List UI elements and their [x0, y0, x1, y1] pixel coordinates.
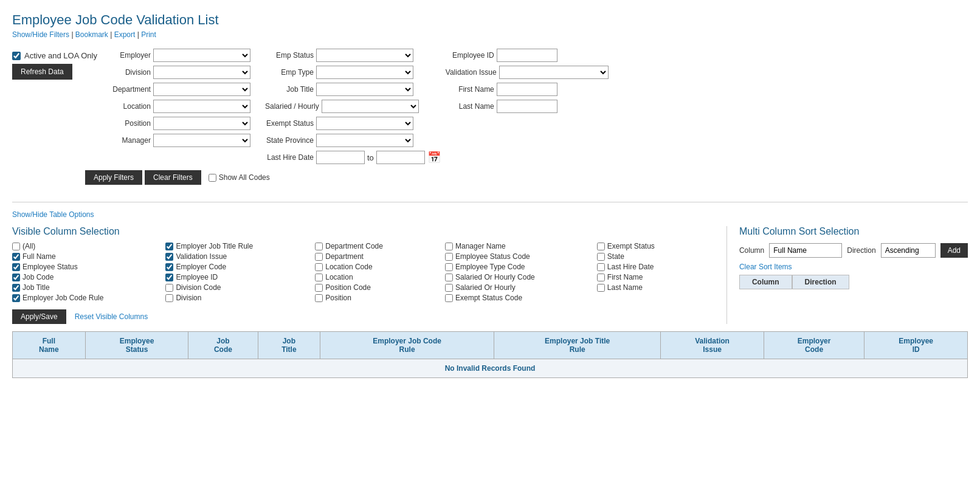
job-title-label: Job Title	[265, 85, 314, 94]
manager-label: Manager	[102, 136, 151, 145]
column-label: Column	[739, 246, 764, 255]
employee-id-input[interactable]	[497, 49, 557, 62]
cb-location-checkbox[interactable]	[315, 274, 323, 281]
visible-col-title: Visible Column Selection	[12, 226, 707, 237]
cb-all: (All)	[12, 242, 156, 250]
cb-employer-job-code-rule-checkbox[interactable]	[12, 294, 20, 302]
cb-employer-code-checkbox[interactable]	[165, 263, 173, 271]
manager-field: Manager	[102, 134, 260, 147]
cb-employee-status-code-checkbox[interactable]	[445, 253, 453, 261]
print-link[interactable]: Print	[141, 30, 156, 39]
sort-direction-input[interactable]	[881, 243, 936, 258]
cb-last-hire-date: Last Hire Date	[597, 263, 707, 271]
emp-type-select[interactable]	[316, 66, 413, 79]
cb-last-hire-date-label: Last Hire Date	[607, 263, 654, 271]
calendar-icon[interactable]: 📅	[427, 151, 441, 164]
cb-position-code: Position Code	[315, 283, 435, 292]
cb-manager-name-checkbox[interactable]	[445, 243, 453, 250]
cb-full-name: Full Name	[12, 252, 156, 261]
cb-division-code-checkbox[interactable]	[165, 284, 173, 292]
sort-column-input[interactable]	[769, 243, 842, 258]
cb-employee-type-code-label: Employee Type Code	[455, 263, 525, 271]
cb-employee-status-label: Employee Status	[22, 263, 78, 271]
sort-add-button[interactable]: Add	[940, 243, 968, 258]
cb-last-name-label: Last Name	[607, 283, 643, 292]
state-province-select[interactable]	[316, 134, 413, 147]
show-hide-table-options-link[interactable]: Show/Hide Table Options	[12, 210, 94, 219]
cb-employee-id-checkbox[interactable]	[165, 274, 173, 281]
emp-status-select[interactable]	[316, 49, 413, 62]
no-records-row: No Invalid Records Found	[13, 359, 968, 378]
export-link[interactable]: Export	[114, 30, 136, 39]
cb-employee-status-checkbox[interactable]	[12, 263, 20, 271]
cb-last-name-checkbox[interactable]	[597, 284, 605, 292]
cb-exempt-status-checkbox[interactable]	[597, 243, 605, 250]
cb-last-hire-date-checkbox[interactable]	[597, 263, 605, 271]
cb-validation-issue-checkbox[interactable]	[165, 253, 173, 261]
cb-salaried-or-hourly-code-checkbox[interactable]	[445, 274, 453, 281]
cb-position-code-checkbox[interactable]	[315, 284, 323, 292]
cb-salaried-or-hourly-checkbox[interactable]	[445, 284, 453, 292]
cb-last-name: Last Name	[597, 283, 707, 292]
last-name-label: Last Name	[446, 102, 494, 111]
cb-department-checkbox[interactable]	[315, 253, 323, 261]
date-to-input[interactable]	[376, 151, 425, 164]
cb-department-code: Department Code	[315, 242, 435, 250]
th-validation-issue: ValidationIssue	[661, 332, 764, 359]
reset-visible-columns-link[interactable]: Reset Visible Columns	[75, 312, 148, 321]
show-all-codes-checkbox[interactable]	[209, 174, 216, 182]
mid-filter-col: Emp Status Emp Type Job Title Salaried /…	[265, 49, 441, 165]
job-title-select[interactable]	[316, 83, 413, 96]
cb-employer-job-title-rule-label: Employer Job Title Rule	[176, 242, 253, 250]
cb-employer-job-title-rule: Employer Job Title Rule	[165, 242, 305, 250]
cb-employee-status: Employee Status	[12, 263, 156, 271]
first-name-input[interactable]	[497, 83, 557, 96]
first-name-label: First Name	[446, 85, 494, 94]
last-name-input[interactable]	[497, 100, 557, 113]
cb-employer-job-title-rule-checkbox[interactable]	[165, 243, 173, 250]
bookmark-link[interactable]: Bookmark	[75, 30, 108, 39]
cb-job-code-checkbox[interactable]	[12, 274, 20, 281]
clear-filters-button[interactable]: Clear Filters	[145, 170, 201, 185]
date-from-input[interactable]	[316, 151, 365, 164]
department-select[interactable]	[153, 83, 250, 96]
cb-division-checkbox[interactable]	[165, 294, 173, 302]
employee-id-label: Employee ID	[446, 51, 494, 60]
cb-state-checkbox[interactable]	[597, 253, 605, 261]
show-all-codes-label: Show All Codes	[219, 173, 270, 182]
cb-position-checkbox[interactable]	[315, 294, 323, 302]
cb-exempt-status-code-checkbox[interactable]	[445, 294, 453, 302]
show-hide-filters-link[interactable]: Show/Hide Filters	[12, 30, 69, 39]
cb-job-code: Job Code	[12, 273, 156, 281]
apply-filters-button[interactable]: Apply Filters	[85, 170, 142, 185]
cb-department-label: Department	[325, 252, 364, 261]
division-select[interactable]	[153, 66, 250, 79]
cb-all-checkbox[interactable]	[12, 243, 20, 250]
cb-department-code-checkbox[interactable]	[315, 243, 323, 250]
clear-sort-link[interactable]: Clear Sort Items	[739, 263, 968, 271]
checkbox-grid: (All) Employer Job Title Rule Department…	[12, 242, 707, 302]
cb-full-name-checkbox[interactable]	[12, 253, 20, 261]
apply-save-button[interactable]: Apply/Save	[12, 309, 66, 324]
cb-employer-job-code-rule: Employer Job Code Rule	[12, 294, 156, 302]
active-loa-checkbox[interactable]	[12, 52, 21, 60]
position-select[interactable]	[153, 117, 250, 130]
location-field: Location	[102, 100, 260, 113]
sort-section-title: Multi Column Sort Selection	[739, 226, 968, 237]
exempt-status-select[interactable]	[316, 117, 413, 130]
emp-type-label: Emp Type	[265, 68, 314, 77]
date-to-label: to	[367, 153, 374, 162]
cb-employee-type-code-checkbox[interactable]	[445, 263, 453, 271]
salaried-hourly-select[interactable]	[322, 100, 419, 113]
cb-first-name-checkbox[interactable]	[597, 274, 605, 281]
employer-select[interactable]	[153, 49, 250, 62]
validation-issue-select[interactable]	[499, 66, 609, 79]
refresh-button[interactable]: Refresh Data	[12, 64, 72, 80]
cb-job-title-checkbox[interactable]	[12, 284, 20, 292]
th-full-name: FullName	[13, 332, 86, 359]
divider	[12, 202, 968, 202]
cb-first-name-label: First Name	[607, 273, 643, 281]
manager-select[interactable]	[153, 134, 250, 147]
location-select[interactable]	[153, 100, 250, 113]
cb-location-code-checkbox[interactable]	[315, 263, 323, 271]
